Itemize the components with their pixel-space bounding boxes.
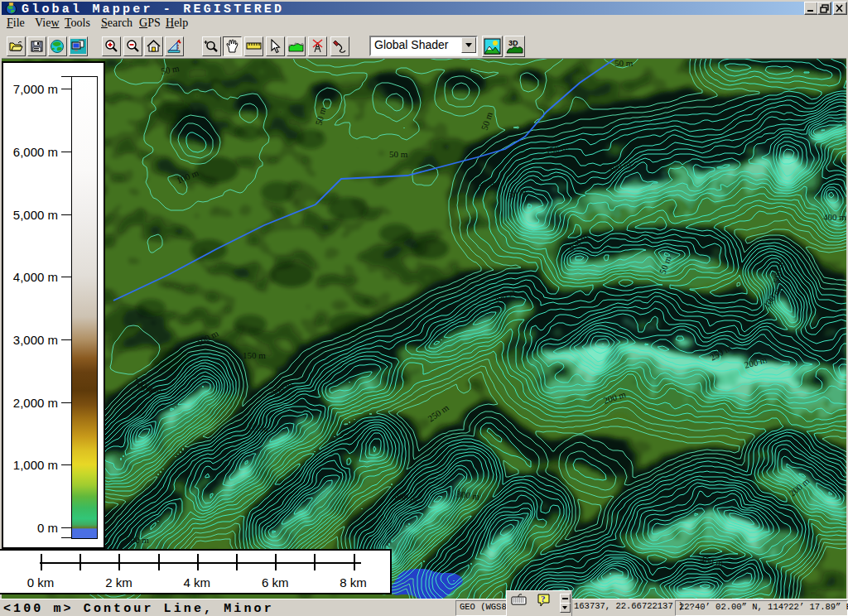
svg-text:3D: 3D (508, 39, 518, 47)
svg-text:500 m: 500 m (126, 535, 149, 545)
svg-text:50 m: 50 m (389, 149, 408, 159)
svg-text:50 m: 50 m (614, 58, 634, 68)
svg-text:150 m: 150 m (243, 350, 266, 360)
svg-text:50 m: 50 m (479, 179, 498, 189)
svg-text:?: ? (541, 594, 546, 604)
svg-text:400 m: 400 m (138, 383, 162, 394)
svg-text:400 m: 400 m (823, 212, 846, 222)
